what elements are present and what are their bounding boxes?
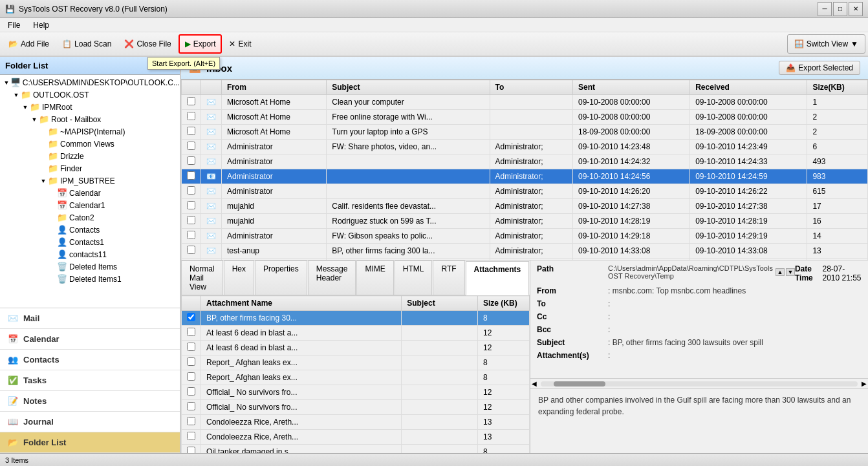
tree-item-contacts[interactable]: 👤Contacts (0, 224, 180, 236)
attach-check[interactable] (182, 341, 201, 355)
table-row[interactable]: ✉️ Microsoft At Home Turn your laptop in… (182, 125, 868, 140)
close-file-button[interactable]: ❌ Close File (118, 34, 177, 54)
tab-properties[interactable]: Properties (255, 260, 307, 295)
list-item[interactable]: Condoleezza Rice, Areth... 13 (182, 430, 530, 445)
attach-check[interactable] (182, 415, 201, 430)
email-table-container[interactable]: From Subject To Sent Received Size(KB) ✉… (181, 79, 868, 260)
tree-item-deleteditems[interactable]: 🗑️Deleted Items (0, 260, 180, 273)
table-row[interactable]: ✉️ mujahid Calif. residents flee devasta… (182, 199, 868, 214)
tab-mime[interactable]: MIME (356, 260, 393, 295)
tree-item-ost[interactable]: ▼📁OUTLOOK.OST (0, 89, 180, 101)
add-file-button[interactable]: 📂 Add File (3, 34, 55, 54)
attach-check[interactable] (182, 370, 201, 385)
nav-mail[interactable]: ✉️ Mail (0, 308, 180, 329)
row-check[interactable] (182, 199, 201, 214)
table-row[interactable]: ✉️ mujahid Rodriguez stuck on 599 as T..… (182, 214, 868, 229)
tree-item-drizzle[interactable]: 📁Drizzle (0, 150, 180, 162)
row-check[interactable] (182, 184, 201, 199)
table-row[interactable]: 📧 Administrator Administrator; 09-10-201… (182, 169, 868, 184)
path-arrow[interactable]: ▲ ▼ (776, 268, 795, 276)
close-button[interactable]: ✕ (849, 2, 863, 16)
export-button[interactable]: ▶ Export (179, 34, 222, 54)
folder-tree[interactable]: ▼🖥️C:\USERS\ADMIN\DESKTOP\OUTLOOK.C...▼📁… (0, 75, 180, 308)
list-item[interactable]: Report_ Afghan leaks ex... 8 (182, 355, 530, 370)
list-item[interactable]: Report_ Afghan leaks ex... 8 (182, 370, 530, 385)
detail-scrollbar-thumb[interactable] (554, 381, 605, 387)
table-row[interactable]: ✉️ Administrator Administrator; 09-10-20… (182, 154, 868, 169)
table-row[interactable]: ✉️ Microsoft At Home Clean your computer… (182, 95, 868, 110)
menu-help[interactable]: Help (28, 19, 54, 31)
row-check[interactable] (182, 169, 201, 184)
attach-table-container[interactable]: Attachment Name Subject Size (KB) BP, ot… (181, 295, 530, 453)
tree-item-mailbox[interactable]: ▼📁Root - Mailbox (0, 113, 180, 125)
row-check[interactable] (182, 125, 201, 140)
tab-message-header[interactable]: Message Header (308, 260, 356, 295)
tree-item-finder[interactable]: 📁Finder (0, 162, 180, 175)
scroll-right-icon[interactable]: ▶ (860, 380, 868, 387)
attach-check[interactable] (182, 385, 201, 400)
tree-item-deleteditems1[interactable]: 🗑️Deleted Items1 (0, 273, 180, 285)
tab-rtf[interactable]: RTF (433, 260, 464, 295)
row-check[interactable] (182, 140, 201, 154)
attach-tbody[interactable]: BP, other firms facing 30... 8 At least … (182, 311, 530, 454)
minimize-button[interactable]: ─ (818, 2, 832, 16)
list-item[interactable]: Condoleezza Rice, Areth... 13 (182, 415, 530, 430)
nav-journal[interactable]: 📖 Journal (0, 412, 180, 432)
tab-normal-mail-view[interactable]: Normal Mail View (181, 260, 223, 295)
table-row[interactable]: ✉️ Administrator FW: Gibson speaks to po… (182, 229, 868, 244)
tree-expand-mailbox[interactable]: ▼ (30, 116, 39, 123)
table-row[interactable]: ✉️ Administrator FW: Share photos, video… (182, 140, 868, 154)
list-item[interactable]: At least 6 dead in blast a... 12 (182, 341, 530, 355)
tree-expand-ost[interactable]: ▼ (12, 92, 21, 98)
row-check[interactable] (182, 244, 201, 259)
list-item[interactable]: Official_ No survivors fro... 12 (182, 400, 530, 415)
load-scan-button[interactable]: 📋 Load Scan (56, 34, 117, 54)
tab-hex[interactable]: Hex (224, 260, 254, 295)
row-check[interactable] (182, 154, 201, 169)
maximize-button[interactable]: □ (833, 2, 847, 16)
list-item[interactable]: BP, other firms facing 30... 8 (182, 311, 530, 326)
email-tbody[interactable]: ✉️ Microsoft At Home Clean your computer… (182, 95, 868, 261)
tree-item-contacts1[interactable]: 👤Contacts1 (0, 236, 180, 248)
tree-item-ipmroot[interactable]: ▼📁IPMRoot (0, 101, 180, 113)
switch-view-button[interactable]: 🪟 Switch View ▼ (787, 34, 865, 54)
nav-calendar[interactable]: 📅 Calendar (0, 329, 180, 350)
tree-item-commonviews[interactable]: 📁Common Views (0, 138, 180, 150)
tree-item-caton2[interactable]: 📁Caton2 (0, 211, 180, 224)
row-check[interactable] (182, 229, 201, 244)
tree-item-calendar1[interactable]: 📅Calendar1 (0, 199, 180, 211)
row-check[interactable] (182, 110, 201, 125)
detail-scrollbar-h[interactable]: ◀ ▶ (530, 378, 868, 388)
titlebar-controls[interactable]: ─ □ ✕ (818, 2, 863, 16)
tree-expand-ipmroot[interactable]: ▼ (21, 104, 30, 111)
path-up-button[interactable]: ▲ (776, 268, 785, 276)
list-item[interactable]: Oil tanker damaged in s... 8 (182, 445, 530, 454)
attach-check[interactable] (182, 445, 201, 454)
tree-expand-root[interactable]: ▼ (3, 79, 10, 86)
detail-scrollbar-track[interactable] (541, 381, 858, 387)
table-row[interactable]: ✉️ test-anup BP, other firms facing 300 … (182, 244, 868, 259)
tab-html[interactable]: HTML (395, 260, 433, 295)
table-row[interactable]: ✉️ Administrator Administrator; 09-10-20… (182, 184, 868, 199)
list-item[interactable]: At least 6 dead in blast a... 12 (182, 326, 530, 341)
tab-attachments[interactable]: Attachments (466, 261, 530, 295)
tree-item-contacts11[interactable]: 👤contacts11 (0, 248, 180, 260)
export-selected-button[interactable]: 📤 Export Selected (779, 61, 860, 75)
row-check[interactable] (182, 95, 201, 110)
menu-file[interactable]: File (3, 19, 25, 31)
tree-item-root[interactable]: ▼🖥️C:\USERS\ADMIN\DESKTOP\OUTLOOK.C... (0, 76, 180, 89)
attach-check[interactable] (182, 400, 201, 415)
attach-check[interactable] (182, 430, 201, 445)
nav-folderlist[interactable]: 📂 Folder List (0, 432, 180, 453)
nav-notes[interactable]: 📝 Notes (0, 391, 180, 412)
list-item[interactable]: Official_ No survivors fro... 12 (182, 385, 530, 400)
tree-item-ipmsubtree[interactable]: ▼📁IPM_SUBTREE (0, 175, 180, 187)
nav-contacts[interactable]: 👥 Contacts (0, 350, 180, 370)
table-row[interactable]: ✉️ Microsoft At Home Free online storage… (182, 110, 868, 125)
exit-button[interactable]: ✕ Exit (223, 34, 257, 54)
attach-check[interactable] (182, 355, 201, 370)
scroll-left-icon[interactable]: ◀ (530, 380, 538, 387)
attach-check[interactable] (182, 311, 201, 326)
path-down-button[interactable]: ▼ (786, 268, 795, 276)
nav-tasks[interactable]: ✅ Tasks (0, 370, 180, 391)
